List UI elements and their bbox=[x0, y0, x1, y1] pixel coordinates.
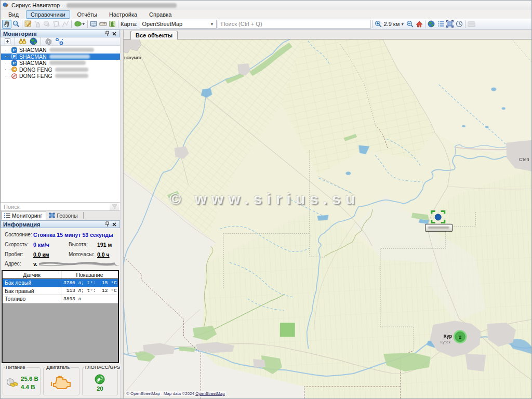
attribution-link[interactable]: OpenStreetMap bbox=[195, 391, 224, 396]
measure-button[interactable] bbox=[98, 20, 108, 29]
map-source-value: OpenStreetMap bbox=[142, 21, 183, 27]
vehicle-row[interactable]: P SHACMAN bbox=[1, 47, 120, 54]
voltage-battery: 4.4 В bbox=[21, 384, 38, 390]
add-circle-button[interactable] bbox=[42, 20, 51, 29]
show-all-map-button[interactable] bbox=[427, 20, 436, 29]
sensor-name: Бак правый bbox=[3, 287, 61, 295]
filter-button[interactable] bbox=[110, 203, 119, 210]
add-polyline-button[interactable] bbox=[61, 20, 70, 29]
object-list-button[interactable] bbox=[436, 20, 445, 29]
vehicle-search[interactable]: Поиск bbox=[1, 202, 120, 211]
map-canvas[interactable]: нокумск Степ Кур Курск 2 bbox=[124, 39, 531, 398]
map-tabstrip: Все объекты bbox=[124, 30, 531, 39]
expand-all-button[interactable] bbox=[3, 37, 12, 46]
globe-icon bbox=[428, 20, 435, 28]
redacted-address-scribble bbox=[38, 261, 120, 267]
add-node-button[interactable] bbox=[33, 20, 42, 29]
pan-tool-button[interactable] bbox=[2, 20, 11, 29]
close-icon[interactable] bbox=[111, 30, 117, 37]
sensors-table: Датчик Показание Бак левый 3780 л; t°: 1… bbox=[2, 270, 119, 363]
polygon-icon bbox=[52, 20, 60, 28]
zoom-out-button[interactable] bbox=[405, 20, 415, 29]
cluster-marker[interactable]: 2 bbox=[454, 330, 467, 343]
menu-reports[interactable]: Отчёты bbox=[73, 10, 102, 19]
hours-value: 0.0 ч bbox=[97, 251, 110, 258]
map-search-input[interactable]: Поиск (Ctrl + Q) bbox=[218, 20, 371, 29]
find-vehicle-button[interactable] bbox=[18, 37, 27, 46]
toolbar-separator bbox=[41, 37, 41, 45]
show-on-map-button[interactable] bbox=[29, 37, 38, 46]
menu-view[interactable]: Вид bbox=[4, 10, 23, 19]
app-window: Сириус Навигатор - Вид Справочники Отчёт… bbox=[0, 0, 532, 399]
sensor-value: 113 л; t°: 12 °C bbox=[61, 287, 118, 295]
zoom-in-icon bbox=[375, 20, 382, 28]
vehicle-row[interactable]: DONG FENG bbox=[1, 73, 120, 79]
toolbar-separator bbox=[22, 20, 22, 28]
tree-settings-button[interactable] bbox=[44, 37, 53, 46]
edit-map-button[interactable] bbox=[23, 20, 33, 29]
vehicle-name: SHACMAN bbox=[19, 47, 47, 53]
sensor-row[interactable]: Бак правый 113 л; t°: 12 °C bbox=[3, 287, 118, 296]
fit-objects-button[interactable] bbox=[445, 20, 455, 29]
scale-dropdown-icon[interactable]: ▼ bbox=[401, 22, 404, 26]
vehicle-name: DONG FENG bbox=[19, 73, 52, 79]
vehicle-parked-icon: P bbox=[11, 47, 17, 53]
map-area[interactable]: нокумск Степ Кур Курск 2 bbox=[124, 39, 531, 398]
tab-monitoring-label: Мониторинг bbox=[12, 212, 42, 219]
minimap-button[interactable] bbox=[467, 20, 476, 29]
vehicle-name: DONG FENG bbox=[19, 66, 52, 73]
expand-plus-icon bbox=[5, 38, 10, 44]
state-label: Состояние: bbox=[5, 232, 32, 237]
vehicle-row-selected[interactable]: P SHACMAN bbox=[1, 54, 120, 60]
menu-bar: Вид Справочники Отчёты Настройка Справка bbox=[1, 10, 531, 19]
route-icon bbox=[56, 38, 63, 45]
title-bar: Сириус Навигатор - bbox=[1, 1, 531, 10]
tab-monitoring[interactable]: Мониторинг bbox=[2, 211, 46, 220]
map-source-select[interactable]: OpenStreetMap ▼ bbox=[140, 20, 217, 29]
map-tab-all-objects[interactable]: Все объекты bbox=[130, 31, 178, 39]
pin-icon[interactable] bbox=[104, 30, 111, 37]
map-panel: Все объекты bbox=[123, 30, 531, 398]
chevron-down-icon: ▼ bbox=[210, 22, 214, 26]
sensor-name: Топливо bbox=[3, 295, 61, 303]
zoom-in-button[interactable] bbox=[374, 20, 383, 29]
altitude-label: Высота: bbox=[69, 242, 88, 247]
monitor-icon bbox=[90, 21, 97, 28]
vehicle-row[interactable]: P SHACMAN bbox=[1, 60, 120, 66]
zoom-select-button[interactable] bbox=[11, 20, 21, 29]
redacted-plate bbox=[49, 48, 94, 52]
info-panel-header: Информация bbox=[1, 220, 120, 228]
menu-help[interactable]: Справка bbox=[144, 10, 176, 19]
list-icon bbox=[4, 213, 10, 218]
toolbar-separator bbox=[465, 20, 466, 28]
geozone-color-button[interactable] bbox=[73, 20, 86, 29]
objects-visibility-button[interactable] bbox=[108, 20, 117, 29]
sensor-row[interactable]: Бак левый 3780 л; t°: 15 °C bbox=[3, 279, 118, 287]
screenshot-button[interactable] bbox=[89, 20, 98, 29]
list-icon bbox=[437, 21, 444, 27]
menu-directories[interactable]: Справочники bbox=[26, 10, 70, 19]
binoculars-icon bbox=[19, 38, 26, 45]
ruler-icon bbox=[99, 21, 107, 27]
add-polygon-button[interactable] bbox=[51, 20, 61, 29]
speed-value: 0 км/ч bbox=[33, 242, 49, 248]
close-icon[interactable] bbox=[111, 221, 117, 228]
vehicle-row[interactable]: DONG FENG bbox=[1, 66, 120, 73]
home-view-button[interactable] bbox=[415, 20, 424, 29]
pin-icon[interactable] bbox=[104, 221, 111, 228]
track-route-button[interactable] bbox=[55, 37, 64, 46]
map-source-label: Карта: bbox=[121, 21, 138, 27]
status-groups: Питание 25.6 В 4.4 В Двигатель bbox=[1, 363, 120, 398]
map-scale-value[interactable]: 2.9 км bbox=[384, 21, 400, 27]
window-title: Сириус Навигатор - bbox=[11, 2, 63, 8]
menu-settings[interactable]: Настройка bbox=[104, 10, 142, 19]
toolbar-separator bbox=[15, 37, 15, 45]
info-body: Состояние: Стоянка 15 минут 53 секунды С… bbox=[1, 228, 120, 269]
sensor-row[interactable]: Топливо 3893 л bbox=[3, 295, 118, 303]
tab-separator bbox=[83, 212, 84, 219]
tab-geozones[interactable]: Геозоны bbox=[46, 211, 82, 220]
town-label-se: Кур bbox=[444, 333, 453, 339]
magnifier-icon bbox=[12, 20, 20, 28]
redacted-plate bbox=[49, 55, 90, 59]
history-button[interactable] bbox=[455, 20, 464, 29]
